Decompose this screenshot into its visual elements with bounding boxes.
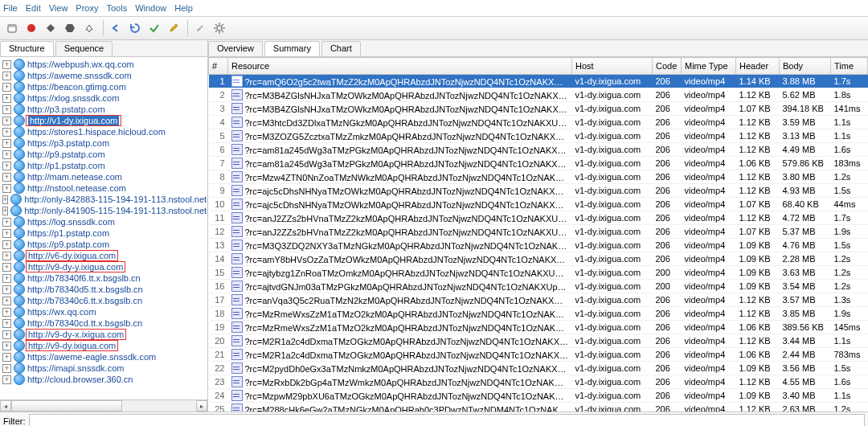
expand-icon[interactable]: + xyxy=(2,240,11,249)
expand-icon[interactable]: + xyxy=(2,330,11,339)
table-row[interactable]: 16?rc=ajtvdGNJm03aTMzPGkzM0ApQHRAbzdJNTo… xyxy=(209,280,868,293)
menu-help[interactable]: Help xyxy=(174,3,193,13)
col-resource[interactable]: Resource xyxy=(228,58,572,75)
record-button[interactable] xyxy=(23,19,40,37)
expand-icon[interactable]: + xyxy=(2,83,11,92)
table-row[interactable]: 20?rc=M2R1a2c4dDxmaTMzOGkzM0ApQHRAbzdJNT… xyxy=(209,334,868,348)
table-row[interactable]: 3?rc=M3B4ZGlsNHJxaTMzOWkzM0ApQHRAbzdJNTo… xyxy=(209,102,868,116)
table-row[interactable]: 14?rc=amY8bHVsOzZaTMzOWkzM0ApQHRAbzdJNTo… xyxy=(209,252,868,266)
tab-overview[interactable]: Overview xyxy=(208,41,263,56)
validate-button[interactable] xyxy=(145,19,163,37)
scroll-left-button[interactable]: ◂ xyxy=(0,400,11,412)
tree-item[interactable]: +https://aweme-eagle.snssdk.com xyxy=(0,351,207,363)
tree-item[interactable]: +https://aweme.snssdk.com xyxy=(0,70,207,81)
tree-item[interactable]: +http://p3.pstatp.com xyxy=(0,104,207,115)
col-body[interactable]: Body xyxy=(780,58,831,75)
tree-item[interactable]: +http://b78340f6.tt.x.bsgslb.cn xyxy=(0,272,207,284)
menu-edit[interactable]: Edit xyxy=(26,3,41,13)
expand-icon[interactable]: + xyxy=(2,263,11,272)
tree-item[interactable]: +http://nstool.netease.com xyxy=(0,182,207,194)
tree-item[interactable]: +http://p1.pstatp.com xyxy=(0,160,207,171)
expand-icon[interactable]: + xyxy=(2,229,11,238)
tree-item[interactable]: +http://v9-dy-y.ixigua.com xyxy=(0,261,207,272)
col-num[interactable]: # xyxy=(209,58,228,75)
menu-file[interactable]: File xyxy=(3,3,18,13)
expand-icon[interactable]: + xyxy=(2,139,11,148)
host-tree[interactable]: +https://webpush.wx.qq.com+https://aweme… xyxy=(0,57,207,399)
tree-item[interactable]: +http://v9-dy-x.ixigua.com xyxy=(0,329,207,340)
expand-icon[interactable]: + xyxy=(2,150,11,159)
expand-icon[interactable]: + xyxy=(2,117,11,125)
settings-button[interactable] xyxy=(211,19,228,37)
tree-item[interactable]: +https://p9.pstatp.com xyxy=(0,239,207,250)
tools-button[interactable] xyxy=(191,19,209,37)
menu-window[interactable]: Window xyxy=(135,3,166,13)
scroll-thumb[interactable] xyxy=(11,400,122,412)
tree-item[interactable]: +http://only-841905-115-194-191-113.nsto… xyxy=(0,205,207,216)
table-row[interactable]: 25?rc=M288cHk6eGw2aTMzNGkzM0ApQHRab0c3PD… xyxy=(209,403,868,412)
tree-scrollbar[interactable]: ◂ ▸ xyxy=(0,399,207,412)
table-row[interactable]: 12?rc=anJ2ZZs2bHVnaTMzZ2kzM0ApQHRAbzdJNT… xyxy=(209,225,868,239)
expand-icon[interactable]: + xyxy=(2,297,11,305)
scroll-right-button[interactable]: ▸ xyxy=(196,400,207,412)
request-grid[interactable]: # Resource Host Code Mime Type Header Bo… xyxy=(208,57,868,412)
tree-item[interactable]: +https://p1.pstatp.com xyxy=(0,227,207,239)
expand-icon[interactable]: + xyxy=(2,207,8,215)
col-time[interactable]: Time xyxy=(831,58,868,75)
table-row[interactable]: 9?rc=ajc5cDhsNHNyaTMzOWkzM0ApQHRAbzdJNTo… xyxy=(209,184,868,198)
table-row[interactable]: 4?rc=M3htcDd3ZDlxaTMzNGkzM0ApQHRAbzdJNTo… xyxy=(209,116,868,129)
menu-proxy[interactable]: Proxy xyxy=(76,3,98,13)
table-row[interactable]: 15?rc=ajtybzg1ZnRoaTMzOmkzM0ApQHRAbzdJNT… xyxy=(209,266,868,280)
tree-item[interactable]: +https://stores1.hispace.hicloud.com xyxy=(0,126,207,137)
expand-icon[interactable]: + xyxy=(2,285,11,294)
prev-button[interactable] xyxy=(107,19,125,37)
table-row[interactable]: 13?rc=M3Q3ZDQ2NXY3aTMzNGkzM0ApQHRAbzdJNT… xyxy=(209,239,868,252)
col-mime[interactable]: Mime Type xyxy=(682,58,736,75)
table-row[interactable]: 1?rc=amQ6O2g5c2twaTMzZ2kzM0ApQHRAbzdJNTo… xyxy=(209,75,868,88)
expand-icon[interactable]: + xyxy=(2,173,11,182)
table-row[interactable]: 7?rc=am81a245dWg3aTMzPGkzM0ApQHRAbzdJNTo… xyxy=(209,157,868,170)
menu-tools[interactable]: Tools xyxy=(106,3,127,13)
table-row[interactable]: 17?rc=anVqa3Q5c2RuaTMzN2kzM0ApQHRAbzdJNT… xyxy=(209,293,868,307)
expand-icon[interactable]: + xyxy=(2,364,11,373)
table-row[interactable]: 18?rc=MzRmeWxsZzM1aTMzO2kzM0ApQHRAbzdJNT… xyxy=(209,307,868,321)
tab-summary[interactable]: Summary xyxy=(264,41,320,56)
tree-item[interactable]: +http://b78340cd.tt.x.bsgslb.cn xyxy=(0,317,207,329)
tree-item[interactable]: +https://log.snssdk.com xyxy=(0,216,207,227)
table-row[interactable]: 22?rc=M2pydDh0eGx3aTMzNmkzM0ApQHRAbzdJNT… xyxy=(209,362,868,375)
table-row[interactable]: 24?rc=MzpwM29pbXU6aTMzOGkzM0ApQHRAbzdJNT… xyxy=(209,389,868,403)
new-session-button[interactable] xyxy=(3,19,21,37)
tree-item[interactable]: +http://mam.netease.com xyxy=(0,171,207,182)
table-row[interactable]: 10?rc=ajc5cDhsNHNyaTMzOWkzM0ApQHRAbzdJNT… xyxy=(209,198,868,211)
expand-icon[interactable]: + xyxy=(2,128,11,137)
expand-icon[interactable]: + xyxy=(2,105,11,114)
table-row[interactable]: 19?rc=MzRmeWxsZzM1aTMzO2kzM0ApQHRAbzdJNT… xyxy=(209,321,868,334)
expand-icon[interactable]: + xyxy=(2,162,11,170)
tree-item[interactable]: +https://xlog.snssdk.com xyxy=(0,92,207,104)
expand-icon[interactable]: + xyxy=(2,60,11,69)
tab-structure[interactable]: Structure xyxy=(0,41,54,56)
tab-chart[interactable]: Chart xyxy=(321,41,361,56)
tree-item[interactable]: +http://p9.pstatp.com xyxy=(0,149,207,160)
repeat-button[interactable] xyxy=(126,19,144,37)
clear-button[interactable] xyxy=(80,19,98,37)
expand-icon[interactable]: + xyxy=(2,319,11,328)
tree-item[interactable]: +https://webpush.wx.qq.com xyxy=(0,59,207,70)
table-row[interactable]: 21?rc=M2R1a2c4dDxmaTMzOGkzM0ApQHRAbzdJNT… xyxy=(209,348,868,362)
tab-sequence[interactable]: Sequence xyxy=(55,41,113,56)
expand-icon[interactable]: + xyxy=(2,218,11,227)
table-row[interactable]: 6?rc=am81a245dWg3aTMzPGkzM0ApQHRAbzdJNTo… xyxy=(209,143,868,157)
table-row[interactable]: 2?rc=M3B4ZGlsNHJxaTMzOWkzM0ApQHRAbzdJNTo… xyxy=(209,88,868,102)
expand-icon[interactable]: + xyxy=(2,353,11,362)
expand-icon[interactable]: + xyxy=(2,195,8,204)
expand-icon[interactable]: + xyxy=(2,342,11,350)
expand-icon[interactable]: + xyxy=(2,308,11,317)
table-row[interactable]: 5?rc=M3ZOZG5ZcztxaTMzZmkzM0ApQHRAbzdJNTo… xyxy=(209,129,868,143)
edit-button[interactable] xyxy=(165,19,182,37)
expand-icon[interactable]: + xyxy=(2,375,11,384)
tree-item[interactable]: +http://v1-dy.ixigua.com xyxy=(0,115,207,126)
filter-input[interactable] xyxy=(29,414,866,426)
col-host[interactable]: Host xyxy=(572,58,653,75)
expand-icon[interactable]: + xyxy=(2,184,11,193)
tree-item[interactable]: +https://wx.qq.com xyxy=(0,306,207,317)
